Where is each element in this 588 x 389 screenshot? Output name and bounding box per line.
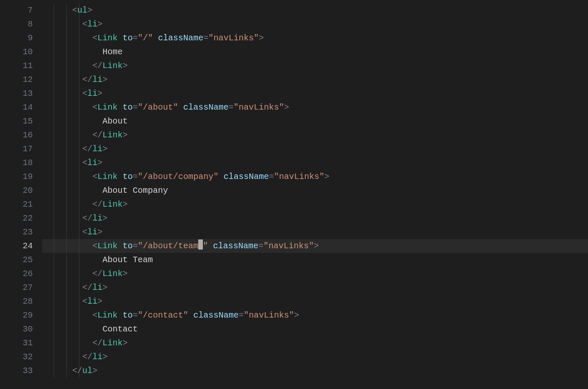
code-line[interactable]: </li> (42, 350, 588, 364)
line-number: 25 (0, 253, 42, 267)
line-number: 16 (0, 128, 42, 142)
code-line[interactable]: <Link to="/about" className="navLinks"> (42, 100, 588, 114)
line-number: 27 (0, 281, 42, 294)
code-line[interactable]: <Link to="/contact" className="navLinks"… (42, 308, 588, 322)
line-number: 12 (0, 73, 42, 87)
code-line[interactable]: <ul> (42, 3, 588, 17)
line-number: 18 (0, 156, 42, 170)
line-number: 23 (0, 225, 42, 239)
line-number: 28 (0, 294, 42, 308)
line-number: 29 (0, 308, 42, 322)
line-number: 11 (0, 59, 42, 73)
code-line[interactable]: </Link> (42, 128, 588, 142)
code-line[interactable]: <Link to="/about/company" className="nav… (42, 170, 588, 184)
code-line[interactable]: </li> (42, 142, 588, 156)
code-line[interactable]: <li> (42, 156, 588, 170)
code-line[interactable]: Home (42, 45, 588, 59)
line-number: 14 (0, 100, 42, 114)
line-number: 33 (0, 364, 42, 378)
code-line[interactable]: Contact (42, 322, 588, 336)
code-line[interactable]: </Link> (42, 336, 588, 350)
code-line[interactable]: <li> (42, 225, 588, 239)
line-number: 10 (0, 45, 42, 59)
code-line[interactable]: </li> (42, 281, 588, 294)
code-editor[interactable]: 7891011121314151617181920212223242526272… (0, 0, 588, 389)
line-number: 8 (0, 17, 42, 31)
line-number: 7 (0, 3, 42, 17)
line-number: 32 (0, 350, 42, 364)
code-line[interactable]: </Link> (42, 197, 588, 211)
line-number: 26 (0, 267, 42, 281)
line-number: 24 (0, 239, 42, 253)
line-number: 31 (0, 336, 42, 350)
text-cursor (198, 239, 203, 250)
line-number: 21 (0, 197, 42, 211)
line-number-gutter: 7891011121314151617181920212223242526272… (0, 0, 42, 389)
line-number: 19 (0, 170, 42, 184)
code-line[interactable]: </li> (42, 211, 588, 225)
code-line[interactable]: <li> (42, 87, 588, 100)
code-line[interactable]: <Link to="/" className="navLinks"> (42, 31, 588, 45)
code-line[interactable]: </Link> (42, 59, 588, 73)
code-line[interactable]: <li> (42, 17, 588, 31)
code-line[interactable]: About Team (42, 253, 588, 267)
code-line[interactable]: <li> (42, 294, 588, 308)
line-number: 30 (0, 322, 42, 336)
line-number: 15 (0, 114, 42, 128)
line-number: 17 (0, 142, 42, 156)
code-line[interactable]: </li> (42, 73, 588, 87)
code-line[interactable]: </Link> (42, 267, 588, 281)
line-number: 13 (0, 87, 42, 100)
code-line[interactable]: </ul> (42, 364, 588, 378)
line-number: 9 (0, 31, 42, 45)
code-line[interactable]: About Company (42, 184, 588, 197)
line-number: 20 (0, 184, 42, 197)
line-number: 22 (0, 211, 42, 225)
code-line[interactable]: About (42, 114, 588, 128)
code-area[interactable]: <ul> <li> <Link to="/" className="navLin… (42, 0, 588, 389)
code-line[interactable]: <Link to="/about/team" className="navLin… (42, 239, 588, 253)
